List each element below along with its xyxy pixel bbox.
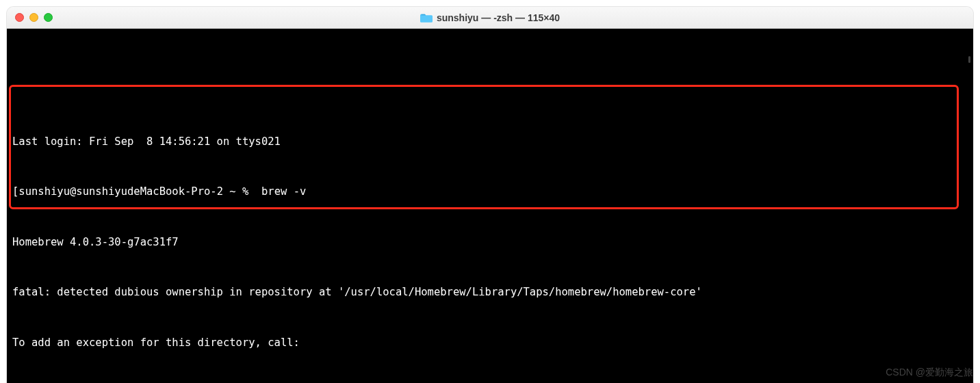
window-title-wrap: sunshiyu — -zsh — 115×40 bbox=[7, 12, 973, 23]
maximize-button[interactable] bbox=[44, 13, 53, 22]
minimize-button[interactable] bbox=[29, 13, 38, 22]
prompt-bracket: [ bbox=[12, 185, 18, 198]
traffic-lights bbox=[15, 13, 53, 22]
close-button[interactable] bbox=[15, 13, 24, 22]
output-line: Last login: Fri Sep 8 14:56:21 on ttys02… bbox=[12, 133, 968, 150]
prompt-path: ~ % bbox=[223, 185, 255, 198]
prompt-line: [sunshiyu@sunshiyudeMacBook-Pro-2 ~ % br… bbox=[12, 183, 968, 200]
output-line: fatal: detected dubious ownership in rep… bbox=[12, 284, 968, 300]
folder-icon bbox=[420, 13, 433, 23]
prompt-user-host: sunshiyu@sunshiyudeMacBook-Pro-2 bbox=[18, 185, 223, 198]
terminal-window: sunshiyu — -zsh — 115×40 Last login: Fri… bbox=[7, 7, 973, 383]
output-line: Homebrew 4.0.3-30-g7ac31f7 bbox=[12, 234, 968, 250]
window-titlebar[interactable]: sunshiyu — -zsh — 115×40 bbox=[7, 7, 973, 29]
scrollbar-thumb[interactable] bbox=[968, 56, 970, 63]
window-title: sunshiyu — -zsh — 115×40 bbox=[437, 12, 560, 23]
output-line: To add an exception for this directory, … bbox=[12, 334, 968, 351]
command-text: brew -v bbox=[255, 185, 307, 198]
terminal-body[interactable]: Last login: Fri Sep 8 14:56:21 on ttys02… bbox=[7, 29, 973, 383]
